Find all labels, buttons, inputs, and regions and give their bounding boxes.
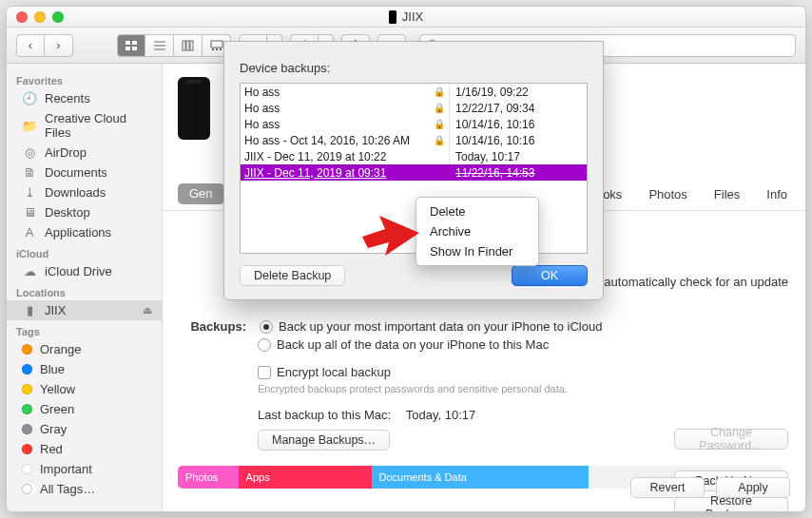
list-icon xyxy=(153,40,166,51)
context-show-in-finder[interactable]: Show In Finder xyxy=(416,241,538,261)
svg-rect-10 xyxy=(211,41,222,48)
delete-backup-button[interactable]: Delete Backup xyxy=(240,265,345,286)
sidebar-heading-icloud: iCloud xyxy=(7,242,162,261)
backup-row[interactable]: Ho ass - Oct 14, 2016, 10:26 AM🔒10/14/16… xyxy=(241,132,587,148)
lock-icon: 🔒 xyxy=(434,86,449,97)
sidebar-heading-tags: Tags xyxy=(7,320,162,339)
svg-rect-2 xyxy=(126,47,130,50)
sidebar-tag-green[interactable]: Green xyxy=(7,399,162,419)
device-icon xyxy=(389,10,396,24)
backup-icloud-radio[interactable] xyxy=(260,320,273,334)
icon-view-button[interactable] xyxy=(117,34,145,57)
sidebar-item-airdrop[interactable]: ◎AirDrop xyxy=(7,143,162,163)
svg-rect-7 xyxy=(183,41,185,50)
change-password-button[interactable]: Change Password… xyxy=(674,429,788,450)
svg-rect-8 xyxy=(186,41,189,50)
documents-icon: 🗎 xyxy=(22,166,37,180)
view-switcher xyxy=(117,34,231,57)
sidebar-tag-blue[interactable]: Blue xyxy=(7,359,162,379)
svg-rect-0 xyxy=(126,41,130,45)
device-thumbnail xyxy=(178,77,210,140)
encrypt-backup-checkbox[interactable] xyxy=(258,366,271,379)
storage-seg-apps: Apps xyxy=(239,466,372,489)
grid-icon xyxy=(125,40,138,51)
sidebar-item-downloads[interactable]: ⤓Downloads xyxy=(7,182,162,202)
encrypt-backup-label: Encrypt local backup xyxy=(277,365,391,379)
sheet-title: Device backups: xyxy=(240,61,588,75)
sidebar-tag-important[interactable]: Important xyxy=(7,459,162,479)
svg-rect-11 xyxy=(212,48,214,50)
svg-rect-12 xyxy=(216,48,218,50)
sidebar-item-creative-cloud[interactable]: 📁Creative Cloud Files xyxy=(7,108,162,143)
nav-buttons: ‹ › xyxy=(16,34,73,57)
forward-button[interactable]: › xyxy=(45,34,73,57)
tag-dot-icon xyxy=(22,344,32,355)
tag-dot-icon xyxy=(22,464,32,474)
sidebar-tag-red[interactable]: Red xyxy=(7,439,162,459)
tag-dot-icon xyxy=(22,404,32,414)
ok-button[interactable]: OK xyxy=(512,265,588,286)
tab-general[interactable]: Gen xyxy=(178,183,224,204)
sidebar-heading-favorites: Favorites xyxy=(7,69,162,88)
window-title-text: JIIX xyxy=(402,10,423,24)
window-title: JIIX xyxy=(7,10,805,24)
context-archive[interactable]: Archive xyxy=(416,221,538,241)
sidebar-all-tags[interactable]: All Tags… xyxy=(7,479,162,499)
list-view-button[interactable] xyxy=(145,34,174,57)
column-view-button[interactable] xyxy=(174,34,203,57)
phone-icon: ▮ xyxy=(22,304,37,317)
last-backup-label: Last backup to this Mac: xyxy=(258,408,391,422)
svg-rect-3 xyxy=(132,47,137,50)
revert-button[interactable]: Revert xyxy=(630,477,705,498)
sidebar-item-device-jiix[interactable]: ▮JIIX⏏ xyxy=(7,300,162,320)
software-update-note: automatically check for an update xyxy=(604,275,788,289)
backup-row[interactable]: JIIX - Dec 11, 2019 at 10:22🔒Today, 10:1… xyxy=(241,148,587,164)
sidebar-item-desktop[interactable]: 🖥Desktop xyxy=(7,202,162,222)
tab-photos[interactable]: Photos xyxy=(646,183,689,210)
tag-dot-icon xyxy=(22,364,32,374)
context-delete[interactable]: Delete xyxy=(416,201,538,221)
sidebar-item-applications[interactable]: AApplications xyxy=(7,222,162,242)
device-backups-sheet: Device backups: Ho ass🔒1/16/19, 09:22 Ho… xyxy=(223,41,604,300)
lock-icon: 🔒 xyxy=(434,135,449,145)
eject-icon[interactable]: ⏏ xyxy=(143,304,152,317)
backup-row[interactable]: Ho ass🔒1/16/19, 09:22 xyxy=(241,84,587,100)
context-menu: Delete Archive Show In Finder xyxy=(416,197,539,266)
tab-files[interactable]: Files xyxy=(711,183,743,210)
downloads-icon: ⤓ xyxy=(22,186,37,200)
svg-rect-9 xyxy=(190,41,193,50)
columns-icon xyxy=(182,40,195,51)
sidebar-tag-orange[interactable]: Orange xyxy=(7,339,162,359)
backup-row[interactable]: Ho ass🔒10/14/16, 10:16 xyxy=(241,116,587,132)
apply-button[interactable]: Apply xyxy=(716,477,790,498)
sidebar-tag-gray[interactable]: Gray xyxy=(7,419,162,439)
backup-row-selected[interactable]: JIIX - Dec 11, 2019 at 09:31🔒11/22/16, 1… xyxy=(241,164,587,181)
tag-dot-icon xyxy=(22,444,32,454)
storage-seg-docs: Documents & Data xyxy=(372,466,590,489)
backup-mac-label: Back up all of the data on your iPhone t… xyxy=(277,337,549,352)
sidebar-item-recents[interactable]: 🕘Recents xyxy=(7,88,162,108)
last-backup-value: Today, 10:17 xyxy=(406,408,475,422)
titlebar: JIIX xyxy=(7,7,805,28)
apply-revert-group: Revert Apply xyxy=(630,477,790,498)
airdrop-icon: ◎ xyxy=(22,146,37,160)
backup-icloud-label: Back up your most important data on your… xyxy=(279,319,602,334)
storage-seg-photos: Photos xyxy=(178,466,239,489)
gallery-icon xyxy=(210,40,223,51)
folder-icon: 📁 xyxy=(22,119,37,132)
sidebar-tag-yellow[interactable]: Yellow xyxy=(7,379,162,399)
manage-backups-button[interactable]: Manage Backups… xyxy=(258,430,390,451)
backup-mac-radio[interactable] xyxy=(258,338,271,352)
backup-row[interactable]: Ho ass🔒12/22/17, 09:34 xyxy=(241,100,587,116)
lock-icon: 🔒 xyxy=(434,103,449,113)
restore-backup-button[interactable]: Restore Backup… xyxy=(674,497,788,511)
finder-window: JIIX ‹ › ▾ xyxy=(6,6,806,512)
sidebar-item-icloud-drive[interactable]: ☁iCloud Drive xyxy=(7,261,162,281)
back-button[interactable]: ‹ xyxy=(16,34,45,57)
sidebar-item-documents[interactable]: 🗎Documents xyxy=(7,163,162,182)
sidebar[interactable]: Favorites 🕘Recents 📁Creative Cloud Files… xyxy=(7,64,163,511)
tab-info[interactable]: Info xyxy=(764,183,790,210)
tag-dot-icon xyxy=(22,384,32,394)
svg-rect-1 xyxy=(132,41,137,45)
lock-icon: 🔒 xyxy=(434,119,449,129)
